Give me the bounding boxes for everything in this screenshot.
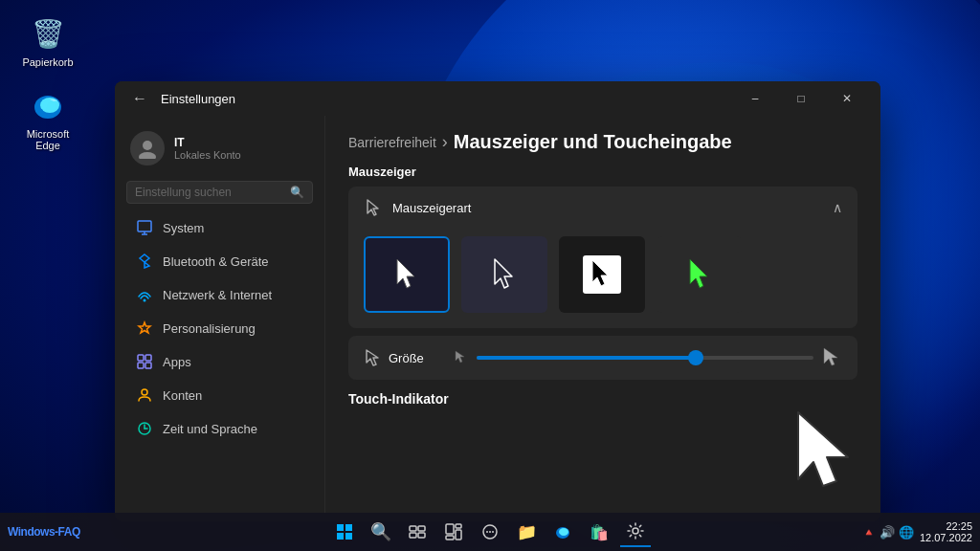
close-button[interactable]: ✕ <box>825 84 869 113</box>
back-button[interactable]: ← <box>126 85 153 112</box>
cursor-options <box>348 229 858 328</box>
svg-point-3 <box>139 152 156 159</box>
taskbar-taskview-button[interactable] <box>402 517 433 547</box>
desktop-icon-papierkorb[interactable]: 🗑️ Papierkorb <box>14 14 81 68</box>
bluetooth-icon <box>136 253 153 270</box>
svg-rect-11 <box>145 363 151 368</box>
search-box[interactable]: 🔍 <box>126 181 313 204</box>
taskbar-explorer-button[interactable]: 📁 <box>511 517 542 547</box>
user-name: IT <box>174 136 241 149</box>
windows-faq-watermark: Windows-FAQ <box>8 525 80 539</box>
papierkorb-icon: 🗑️ <box>29 14 67 53</box>
breadcrumb-separator: › <box>442 132 448 152</box>
maximize-button[interactable]: □ <box>779 84 823 113</box>
svg-point-29 <box>486 531 488 533</box>
cursor-option-2[interactable] <box>461 236 547 313</box>
main-content: Barrierefreiheit › Mauszeiger und Touche… <box>325 116 880 521</box>
svg-rect-23 <box>418 533 425 538</box>
time-icon <box>136 420 153 437</box>
window-titlebar: ← Einstellungen – □ ✕ <box>115 81 880 116</box>
window-body: IT Lokales Konto 🔍 System <box>115 116 880 521</box>
taskbar-left: Windows-FAQ <box>8 525 122 539</box>
size-large-icon <box>821 347 842 368</box>
taskbar-search-button[interactable]: 🔍 <box>366 517 396 547</box>
sidebar-item-time[interactable]: Zeit und Sprache <box>121 412 319 445</box>
svg-point-1 <box>40 98 59 113</box>
apps-icon <box>136 353 153 370</box>
taskbar-widgets-button[interactable] <box>438 517 469 547</box>
search-input[interactable] <box>135 186 284 199</box>
sidebar-network-label: Netzwerk & Internet <box>163 288 272 302</box>
svg-rect-16 <box>337 524 344 531</box>
taskbar-settings-button[interactable] <box>620 517 651 547</box>
svg-point-31 <box>492 531 494 533</box>
search-icon: 🔍 <box>290 186 304 199</box>
cursor-option-1[interactable] <box>364 236 450 313</box>
titlebar-left: ← Einstellungen <box>126 85 235 112</box>
svg-point-34 <box>633 528 638 534</box>
taskbar-start-button[interactable] <box>329 517 360 547</box>
date-display: 12.07.2022 <box>920 532 972 543</box>
size-slider-track[interactable] <box>477 356 813 360</box>
sidebar-apps-label: Apps <box>163 355 191 369</box>
svg-point-30 <box>489 531 491 533</box>
desktop-icon-edge[interactable]: Microsoft Edge <box>14 86 81 151</box>
sidebar-item-network[interactable]: Netzwerk & Internet <box>121 278 319 311</box>
touch-section-title: Touch-Indikator <box>348 391 858 407</box>
size-small-icon <box>452 349 469 366</box>
svg-rect-22 <box>410 533 416 538</box>
sidebar-system-label: System <box>163 221 204 235</box>
user-info: IT Lokales Konto <box>174 136 241 161</box>
cursor-arrow-outline <box>489 257 520 292</box>
svg-point-33 <box>559 528 568 536</box>
mauszeiger-section-title: Mauszeiger <box>348 165 858 179</box>
taskbar-edge-button[interactable] <box>547 517 578 547</box>
taskbar-center: 🔍 📁 🛍️ <box>329 517 651 547</box>
cursor-section: Mauszeigerart ∧ <box>348 187 858 328</box>
size-label-container: Größe <box>364 349 440 366</box>
cursor-option-4[interactable] <box>657 236 743 313</box>
svg-rect-25 <box>446 536 454 540</box>
sidebar-item-apps[interactable]: Apps <box>121 345 319 378</box>
time-display: 22:25 <box>946 520 972 532</box>
settings-window: ← Einstellungen – □ ✕ <box>115 81 880 521</box>
network-icon-taskbar[interactable]: 🌐 <box>899 525 914 540</box>
mauszeigerart-label: Mauszeigerart <box>392 201 471 215</box>
taskbar-chat-button[interactable] <box>475 517 505 547</box>
cursor-arrow-inverted <box>589 259 615 290</box>
back-icon: ← <box>132 90 147 107</box>
section-header-left: Mauszeigerart <box>364 198 471 217</box>
svg-point-7 <box>144 299 146 302</box>
cursor-section-icon <box>364 198 383 217</box>
sidebar: IT Lokales Konto 🔍 System <box>115 116 325 521</box>
slider-fill <box>477 356 696 360</box>
svg-point-2 <box>143 141 152 150</box>
desktop: 🗑️ Papierkorb Microsoft Edge ← Einstellu… <box>0 0 980 551</box>
minimize-button[interactable]: – <box>733 84 777 113</box>
cursor-option-3[interactable] <box>559 236 645 313</box>
taskbar-right: 🔺 🔊 🌐 22:25 12.07.2022 <box>862 520 972 543</box>
svg-rect-20 <box>410 526 416 531</box>
taskbar-clock[interactable]: 22:25 12.07.2022 <box>920 520 972 543</box>
svg-rect-24 <box>446 524 454 534</box>
taskbar-store-button[interactable]: 🛍️ <box>584 517 614 547</box>
cursor-arrow-green <box>684 257 715 292</box>
size-slider-container <box>452 347 842 368</box>
edge-label: Microsoft Edge <box>14 128 81 151</box>
slider-thumb[interactable] <box>688 350 703 365</box>
svg-rect-17 <box>345 524 352 531</box>
mauszeigerart-header[interactable]: Mauszeigerart ∧ <box>348 187 858 229</box>
svg-rect-19 <box>345 533 352 540</box>
sidebar-item-bluetooth[interactable]: Bluetooth & Geräte <box>121 245 319 277</box>
chevron-up-icon[interactable]: 🔺 <box>862 526 876 539</box>
sidebar-item-personalization[interactable]: Personalisierung <box>121 312 319 344</box>
window-title: Einstellungen <box>161 92 235 106</box>
sidebar-item-accounts[interactable]: Konten <box>121 379 319 411</box>
svg-rect-27 <box>456 530 461 540</box>
sidebar-item-system[interactable]: System <box>121 211 319 244</box>
svg-point-12 <box>142 389 147 395</box>
volume-icon[interactable]: 🔊 <box>880 525 895 540</box>
cursor-arrow-white <box>391 257 422 292</box>
taskbar: Windows-FAQ 🔍 <box>0 513 980 551</box>
edge-icon <box>29 86 67 124</box>
